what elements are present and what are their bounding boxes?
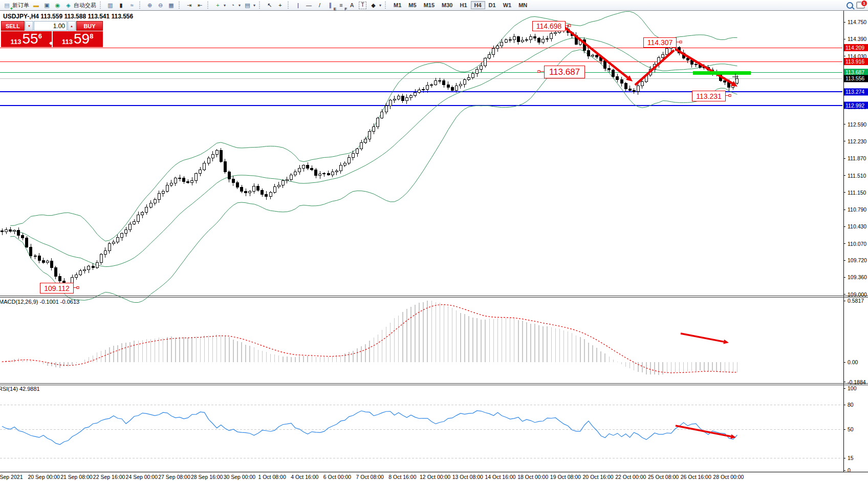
crosshair-icon: +: [276, 2, 284, 9]
candlestick-chart-icon-icon: ▮: [117, 2, 125, 9]
equidistant-channel-icon: ∥E: [327, 2, 334, 9]
timeframe-m30[interactable]: M30: [438, 1, 456, 9]
zoom-out-icon-icon: ⊖: [157, 2, 164, 9]
fibonacci-tool[interactable]: ≡F: [336, 1, 346, 10]
svg-text:113.274: 113.274: [845, 89, 864, 95]
time-axis-label: 22 Sep 16:00: [93, 474, 125, 480]
sell-price-box[interactable]: 113 55 6: [1, 31, 52, 47]
auto-scroll-icon[interactable]: ⇥: [184, 1, 194, 10]
text-icon: A: [348, 2, 356, 9]
autotrading-button[interactable]: ◈自动交易: [63, 1, 98, 10]
price-annotation[interactable]: 114.698: [532, 21, 566, 31]
macd-label: MACD(12,26,9) -0.1001 -0.0613: [0, 299, 79, 305]
signals-icon-icon: ◉: [54, 2, 61, 9]
periods-button[interactable]: ◔▾: [227, 1, 242, 10]
notifications-button[interactable]: 1: [855, 1, 866, 9]
zoom-in-icon[interactable]: ⊕: [144, 1, 155, 10]
crosshair-tool[interactable]: +: [275, 1, 286, 10]
svg-text:113.687: 113.687: [845, 69, 864, 75]
buy-price-prefix: 113: [62, 38, 73, 46]
price-annotation[interactable]: 113.687: [544, 66, 585, 78]
volume-increase-button[interactable]: ▲: [68, 21, 76, 31]
volume-input[interactable]: [34, 21, 67, 31]
svg-text:111.870: 111.870: [848, 155, 866, 161]
timeframe-w1[interactable]: W1: [500, 1, 515, 9]
gold-bars-icon[interactable]: ▬: [31, 1, 41, 10]
fibonacci-icon: ≡F: [337, 2, 345, 9]
down-triangle-icon: ▼: [28, 25, 31, 28]
line-chart-icon[interactable]: ≈: [126, 1, 137, 10]
trendline-tool[interactable]: /: [314, 1, 325, 10]
timeframe-d1[interactable]: D1: [485, 1, 500, 9]
timeframe-h1[interactable]: H1: [456, 1, 470, 9]
price-annotation[interactable]: 114.307: [643, 37, 677, 48]
time-axis-label: 13 Oct 08:00: [452, 474, 483, 480]
price-annotation[interactable]: 109.112: [40, 283, 74, 294]
dropdown-caret-icon: ▾: [253, 3, 255, 8]
svg-text:109.000: 109.000: [848, 291, 867, 298]
terminal-icon[interactable]: ▣: [41, 1, 52, 10]
timeframe-h4[interactable]: H4: [471, 1, 485, 9]
time-axis-label: 20 Oct 16:00: [583, 474, 614, 480]
buy-button[interactable]: BUY: [76, 21, 103, 31]
vertical-line-tool[interactable]: |: [293, 1, 303, 10]
chat-icon: 1: [856, 2, 865, 9]
timeframe-mn[interactable]: MN: [515, 1, 531, 9]
autotrading-button-label: 自动交易: [74, 2, 96, 9]
cursor-icon: ↖: [266, 2, 273, 9]
time-axis-label: Sep 2021: [0, 474, 23, 480]
templates-button[interactable]: ▤▾: [242, 1, 257, 10]
chart-ohlc-header: USDJPY-,H4 113.559 113.588 113.541 113.5…: [3, 13, 133, 20]
buy-price-big: 59: [74, 31, 90, 47]
label-tool[interactable]: T: [357, 1, 368, 10]
mt4-trading-platform: 114.750114.390114.030112.950112.590112.2…: [0, 0, 868, 481]
search-button[interactable]: [845, 2, 855, 9]
svg-text:0: 0: [848, 467, 851, 473]
timeframe-m5[interactable]: M5: [405, 1, 420, 9]
horizontal-line-tool[interactable]: —: [303, 1, 314, 10]
time-axis-label: 8 Oct 16:00: [388, 474, 416, 480]
new-order-button[interactable]: ▤+新订单: [2, 1, 31, 10]
buy-price-box[interactable]: 113 59 8: [53, 31, 103, 47]
chart-surface[interactable]: 114.750114.390114.030112.950112.590112.2…: [0, 0, 868, 481]
bar-chart-icon[interactable]: ▥: [105, 1, 116, 10]
text-tool[interactable]: A: [346, 1, 357, 10]
buy-price-sup: 8: [90, 32, 93, 40]
terminal-icon-icon: ▣: [43, 2, 51, 9]
time-axis-label: 19 Oct 08:00: [550, 474, 581, 480]
periods-icon: ◔: [229, 2, 236, 9]
bar-chart-icon-icon: ▥: [106, 2, 114, 9]
timeframe-m15[interactable]: M15: [420, 1, 438, 9]
time-axis-label: 28 Sep 16:00: [191, 474, 223, 480]
equidistant-channel-tool[interactable]: ∥E: [325, 1, 336, 10]
dropdown-caret-icon: ▾: [238, 3, 241, 8]
time-axis-label: 18 Oct 00:00: [517, 474, 548, 480]
chart-shift-icon[interactable]: ⇤: [194, 1, 205, 10]
svg-text:112.590: 112.590: [848, 121, 866, 128]
time-axis-label: 30 Sep 00:00: [224, 474, 256, 480]
shapes-tool[interactable]: ◆▾: [368, 1, 383, 10]
signals-icon[interactable]: ◉: [52, 1, 63, 10]
one-click-trading-panel: SELL ▼ ▲ BUY 113 55 6 113 59 8: [1, 21, 103, 47]
time-axis-label: 26 Oct 16:00: [681, 474, 711, 480]
add-indicator-icon: +: [214, 2, 222, 9]
sell-button[interactable]: SELL: [1, 21, 25, 31]
svg-text:80: 80: [848, 402, 854, 408]
cursor-tool[interactable]: ↖: [264, 1, 275, 10]
volume-decrease-button[interactable]: ▼: [25, 21, 33, 31]
svg-text:114.390: 114.390: [848, 36, 866, 42]
svg-text:110.070: 110.070: [848, 241, 866, 247]
time-axis-label: 22 Oct 00:00: [615, 474, 646, 480]
svg-text:100: 100: [848, 385, 857, 391]
time-axis-label: 25 Oct 08:00: [648, 474, 679, 480]
tile-windows-icon[interactable]: ▦: [166, 1, 177, 10]
price-annotation[interactable]: 113.231: [692, 91, 726, 101]
vertical-line-icon: |: [294, 2, 302, 9]
candlestick-chart-icon[interactable]: ▮: [116, 1, 126, 10]
add-indicator-button[interactable]: +▾: [212, 1, 227, 10]
dropdown-caret-icon: ▾: [224, 3, 226, 8]
svg-text:111.150: 111.150: [848, 190, 866, 196]
line-chart-icon-icon: ≈: [128, 2, 136, 9]
timeframe-m1[interactable]: M1: [390, 1, 405, 9]
zoom-out-icon[interactable]: ⊖: [155, 1, 166, 10]
